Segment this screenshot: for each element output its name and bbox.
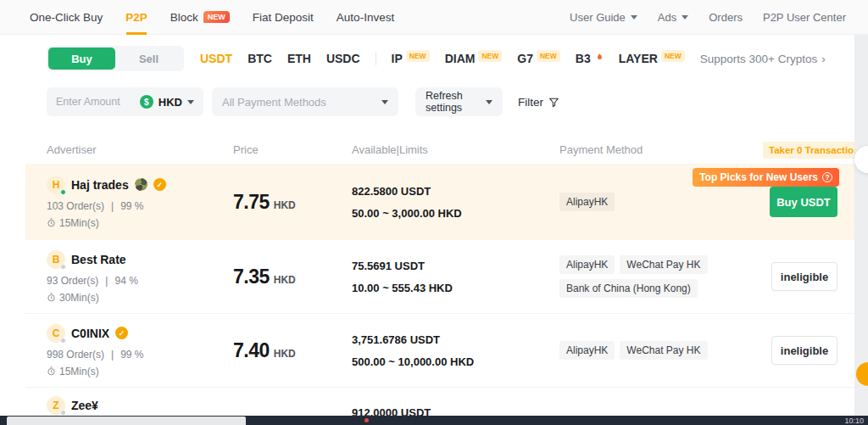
header-payment-method: Payment Method — [559, 143, 763, 156]
nav-label: One-Click Buy — [30, 11, 103, 24]
available-amount: 3,751.6786 USDT — [352, 333, 559, 346]
order-count: 998 Order(s) — [47, 349, 104, 361]
new-badge: NEW — [478, 50, 502, 62]
table-row[interactable]: Top Picks for New Users ? H Haj trades ✓… — [25, 164, 854, 240]
avatar[interactable]: B — [47, 250, 65, 269]
chevron-down-icon — [682, 15, 688, 20]
tab-layer[interactable]: LAYER NEW — [619, 52, 685, 65]
stopwatch-icon — [47, 366, 56, 376]
taker-fee-badge: Taker 0 Transaction Fees — [763, 142, 868, 159]
nav-label: P2P User Center — [763, 11, 846, 24]
advertiser-cell: B Best Rate 93 Order(s) | 94 % 30Min(s) — [47, 250, 233, 304]
table-header-row: Advertiser Price Available|Limits Paymen… — [25, 136, 854, 164]
tab-eth[interactable]: ETH — [287, 52, 311, 65]
new-badge: NEW — [661, 50, 685, 62]
payment-methods-cell: AlipayHK WeChat Pay HK Bank of China (Ho… — [559, 255, 754, 298]
fiat-currency-label: HKD — [159, 96, 182, 109]
completion-rate: 99 % — [120, 349, 143, 361]
tab-usdc[interactable]: USDC — [326, 52, 360, 65]
taskbar-window-button[interactable] — [7, 417, 246, 425]
nav-p2p-user-center[interactable]: P2P User Center — [763, 0, 846, 35]
ineligible-button[interactable]: ineligible — [771, 262, 837, 291]
avatar[interactable]: C — [47, 324, 65, 343]
nav-auto-invest[interactable]: Auto-Invest — [337, 0, 394, 35]
tab-diam[interactable]: DIAM NEW — [445, 52, 503, 65]
advertiser-name[interactable]: C0INIX — [71, 327, 109, 340]
payment-methods-select[interactable]: All Payment Methods — [212, 87, 398, 116]
offline-status-dot — [60, 338, 66, 344]
chevron-down-icon[interactable] — [187, 100, 194, 104]
available-amount: 822.5800 USDT — [352, 185, 559, 198]
tab-g7[interactable]: G7 NEW — [517, 52, 560, 65]
payment-methods-value: All Payment Methods — [222, 96, 326, 109]
camo-medal-icon — [135, 178, 147, 191]
nav-fiat-deposit[interactable]: Fiat Deposit — [253, 0, 314, 35]
payment-chip: WeChat Pay HK — [620, 341, 707, 360]
tab-label: BTC — [248, 52, 272, 65]
supports-300-cryptos-link[interactable]: Supports 300+ Cryptos › — [700, 53, 826, 65]
completion-rate: 99 % — [120, 200, 143, 212]
payment-chip: Bank of China (Hong Kong) — [559, 279, 698, 298]
price-cell: 7.35 HKD — [233, 266, 352, 288]
chevron-down-icon — [381, 100, 388, 104]
available-amount: 75.5691 USDT — [352, 260, 559, 272]
avatar[interactable]: Z — [47, 396, 65, 415]
release-time: 30Min(s) — [59, 292, 99, 304]
release-time: 15Min(s) — [59, 366, 99, 377]
advertiser-cell: C C0INIX ✓ 998 Order(s) | 99 % 15Min(s) — [47, 324, 233, 377]
tab-label: LAYER — [619, 52, 658, 65]
offline-status-dot — [60, 264, 66, 270]
advertiser-name[interactable]: Haj trades — [71, 178, 129, 192]
tab-b3[interactable]: B3 — [576, 52, 604, 65]
refresh-settings-select[interactable]: Refresh settings — [415, 87, 503, 116]
advertiser-name[interactable]: Best Rate — [71, 253, 126, 266]
buy-usdt-button[interactable]: Buy USDT — [770, 187, 837, 217]
pipe-separator: | — [111, 200, 114, 212]
stopwatch-icon — [47, 218, 56, 227]
buy-sell-toggle: Buy Sell — [47, 46, 184, 71]
nav-block[interactable]: Block NEW — [170, 0, 230, 35]
payment-chip: WeChat Pay HK — [620, 255, 707, 274]
advertiser-cell: H Haj trades ✓ 103 Order(s) | 99 % 15Min… — [47, 176, 233, 229]
verified-icon: ✓ — [115, 327, 128, 339]
nav-right: User Guide Ads Orders P2P User Center — [570, 0, 846, 35]
tab-label: IP — [392, 52, 403, 65]
top-picks-badge[interactable]: Top Picks for New Users ? — [693, 168, 839, 187]
nav-left: One-Click Buy P2P Block NEW Fiat Deposit… — [30, 0, 394, 35]
order-count: 103 Order(s) — [47, 200, 104, 212]
online-status-dot — [60, 189, 66, 195]
top-navigation: One-Click Buy P2P Block NEW Fiat Deposit… — [0, 0, 868, 35]
tab-label: USDC — [326, 52, 360, 65]
nav-ads[interactable]: Ads — [658, 0, 688, 35]
verified-icon: ✓ — [153, 178, 166, 191]
buy-toggle-button[interactable]: Buy — [48, 48, 115, 70]
crypto-tabs: USDT BTC ETH USDC IP NEW DIAM NEW G7 NEW… — [200, 46, 826, 71]
filter-control[interactable]: Filter — [518, 87, 559, 116]
os-taskbar[interactable]: 10:10 — [0, 416, 868, 425]
tab-btc[interactable]: BTC — [248, 52, 272, 65]
avatar[interactable]: H — [47, 176, 65, 194]
nav-orders[interactable]: Orders — [709, 0, 743, 35]
nav-p2p[interactable]: P2P — [125, 0, 147, 35]
table-row[interactable]: B Best Rate 93 Order(s) | 94 % 30Min(s) … — [25, 240, 854, 314]
table-row[interactable]: C C0INIX ✓ 998 Order(s) | 99 % 15Min(s) — [25, 314, 854, 388]
new-badge: NEW — [406, 50, 430, 62]
advertiser-name[interactable]: Zee¥ — [71, 399, 98, 412]
refresh-settings-value: Refresh settings — [426, 90, 486, 114]
tab-usdt[interactable]: USDT — [200, 52, 232, 65]
tab-label: B3 — [576, 52, 591, 65]
pipe-separator: | — [111, 349, 114, 361]
price-value: 7.40 — [233, 339, 270, 362]
tab-ip[interactable]: IP NEW — [392, 52, 430, 65]
nav-user-guide[interactable]: User Guide — [570, 0, 637, 35]
header-price: Price — [233, 143, 352, 156]
nav-one-click-buy[interactable]: One-Click Buy — [30, 0, 103, 35]
offline-status-dot — [60, 410, 66, 416]
amount-input[interactable] — [56, 96, 135, 108]
available-limits-cell: 75.5691 USDT 10.00 ~ 555.43 HKD — [352, 260, 559, 294]
available-limits-cell: 822.5800 USDT 50.00 ~ 3,000.00 HKD — [352, 185, 559, 220]
completion-rate: 94 % — [114, 275, 137, 287]
ineligible-button[interactable]: ineligible — [771, 336, 837, 365]
price-currency: HKD — [274, 274, 296, 286]
sell-toggle-button[interactable]: Sell — [115, 48, 182, 70]
